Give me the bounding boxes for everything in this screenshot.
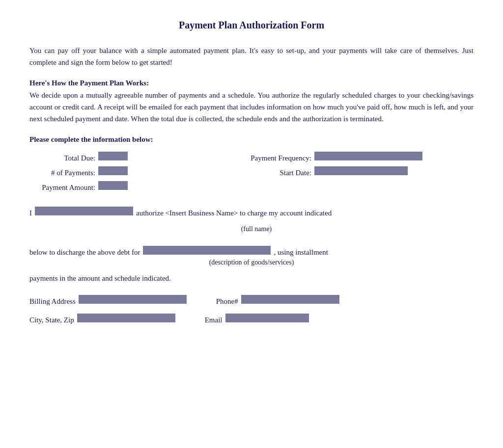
full-name-input[interactable] bbox=[35, 207, 133, 215]
num-payments-label: # of Payments: bbox=[29, 169, 98, 177]
contact-row-1: Billing Address Phone# bbox=[29, 295, 474, 310]
payments-text: payments in the amount and schedule indi… bbox=[29, 272, 474, 284]
auth-line-1: I authorize <Insert Business Name> to ch… bbox=[29, 206, 474, 220]
desc-note: (description of goods/services) bbox=[29, 259, 474, 266]
total-due-input[interactable] bbox=[98, 152, 128, 160]
total-due-row: Total Due: bbox=[29, 152, 226, 162]
description-input[interactable] bbox=[143, 246, 271, 255]
debt-section: below to discharge the above debt for , … bbox=[29, 246, 474, 266]
billing-address-label: Billing Address bbox=[29, 297, 76, 306]
start-date-label: Start Date: bbox=[236, 169, 314, 177]
payment-amount-label: Payment Amount: bbox=[29, 184, 98, 192]
debt-prefix: below to discharge the above debt for bbox=[29, 248, 140, 257]
contact-section: Billing Address Phone# City, State, Zip … bbox=[29, 295, 474, 328]
phone-row: Phone# bbox=[216, 295, 339, 306]
city-state-zip-label: City, State, Zip bbox=[29, 316, 74, 324]
page-title: Payment Plan Authorization Form bbox=[29, 20, 474, 31]
payment-amount-input[interactable] bbox=[98, 181, 128, 190]
billing-address-row: Billing Address bbox=[29, 295, 187, 306]
city-state-zip-input[interactable] bbox=[77, 314, 175, 322]
fields-left-col: Total Due: # of Payments: Payment Amount… bbox=[29, 152, 226, 196]
payment-amount-row: Payment Amount: bbox=[29, 181, 226, 192]
contact-row-2: City, State, Zip Email bbox=[29, 314, 474, 328]
total-due-label: Total Due: bbox=[29, 154, 98, 162]
city-state-zip-row: City, State, Zip bbox=[29, 314, 175, 324]
fields-right-col: Payment Frequency: Start Date: bbox=[226, 152, 474, 196]
num-payments-row: # of Payments: bbox=[29, 166, 226, 177]
billing-address-input[interactable] bbox=[79, 295, 187, 304]
debt-suffix: , using installment bbox=[274, 248, 328, 257]
payment-frequency-label: Payment Frequency: bbox=[236, 154, 314, 162]
intro-text: You can pay off your balance with a simp… bbox=[29, 45, 474, 68]
phone-input[interactable] bbox=[241, 295, 339, 304]
debt-line: below to discharge the above debt for , … bbox=[29, 246, 474, 257]
payment-frequency-input[interactable] bbox=[314, 152, 422, 160]
how-it-works-heading: Here's How the Payment Plan Works: bbox=[29, 79, 474, 87]
email-input[interactable] bbox=[225, 314, 309, 322]
auth-middle: authorize <Insert Business Name> to char… bbox=[136, 206, 332, 220]
payment-frequency-row: Payment Frequency: bbox=[236, 152, 474, 162]
start-date-input[interactable] bbox=[314, 166, 408, 175]
auth-prefix: I bbox=[29, 206, 32, 220]
full-name-note: (full name) bbox=[39, 222, 474, 236]
complete-heading: Please complete the information below: bbox=[29, 135, 474, 144]
num-payments-input[interactable] bbox=[98, 166, 128, 175]
how-it-works-body: We decide upon a mutually agreeable numb… bbox=[29, 89, 474, 125]
email-row: Email bbox=[205, 314, 309, 324]
fields-section: Total Due: # of Payments: Payment Amount… bbox=[29, 152, 474, 196]
email-label: Email bbox=[205, 316, 223, 324]
start-date-row: Start Date: bbox=[236, 166, 474, 177]
phone-label: Phone# bbox=[216, 297, 238, 306]
authorization-section: I authorize <Insert Business Name> to ch… bbox=[29, 206, 474, 236]
